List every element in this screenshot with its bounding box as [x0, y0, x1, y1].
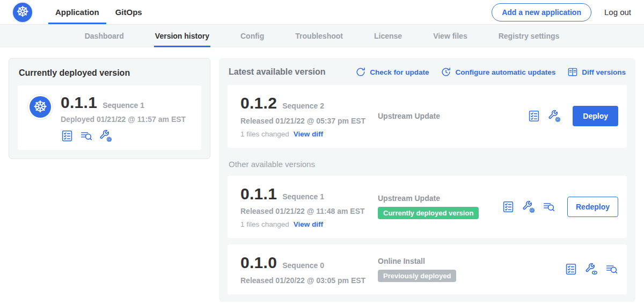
deployed-timestamp: Deployed 01/21/22 @ 11:57 am EST [61, 115, 186, 124]
sequence-label: Sequence 0 [282, 261, 324, 270]
source-label: Upstream Update [378, 194, 502, 203]
version-source: Online Install Previously deployed [374, 257, 565, 282]
subnav-item-registry-settings[interactable]: Registry settings [499, 25, 560, 47]
auto-update-clock-icon [441, 67, 451, 77]
refresh-icon [355, 67, 366, 77]
tab-gitops[interactable]: GitOps [107, 0, 150, 24]
preflight-checks-icon[interactable] [61, 129, 74, 142]
version-source: Upstream Update Currently deployed versi… [374, 194, 502, 219]
version-info: 0.1.2 Sequence 2 Released 01/21/22 @ 05:… [240, 95, 374, 138]
versions-panel-header: Latest available version Check for updat… [229, 67, 626, 77]
check-for-update-link[interactable]: Check for update [355, 67, 429, 77]
subnav-item-config[interactable]: Config [240, 25, 264, 47]
diff-versions-label: Diff versions [582, 68, 626, 76]
kubernetes-app-icon: ☸ [30, 96, 51, 118]
sequence-label: Sequence 1 [282, 192, 324, 201]
app-subnav: Dashboard Version history Config Trouble… [0, 25, 644, 47]
deployed-action-icons [61, 129, 186, 142]
released-timestamp: Released 01/21/22 @ 05:37 pm EST [240, 117, 374, 125]
currently-deployed-badge: Currently deployed version [378, 207, 479, 219]
top-nav-bar: ☸ Application GitOps Add a new applicati… [0, 0, 644, 25]
header-right-actions: Add a new application Log out [492, 3, 631, 21]
other-available-versions-title: Other available versions [229, 160, 626, 169]
view-diff-link[interactable]: View diff [294, 220, 323, 228]
currently-deployed-card: Currently deployed version ☸ 0.1.1 Seque… [9, 58, 210, 159]
app-logo: ☸ [27, 94, 53, 120]
main-content: Currently deployed version ☸ 0.1.1 Seque… [0, 47, 644, 303]
previously-deployed-badge: Previously deployed [378, 270, 456, 282]
check-for-update-label: Check for update [370, 68, 429, 76]
source-label: Online Install [378, 257, 565, 265]
subnav-item-dashboard[interactable]: Dashboard [85, 25, 124, 47]
version-info: 0.1.0 Sequence 0 Released 01/20/22 @ 03:… [240, 254, 374, 285]
subnav-item-version-history[interactable]: Version history [155, 25, 209, 47]
source-label: Upstream Update [378, 112, 528, 120]
deployed-version-tile: ☸ 0.1.1 Sequence 1 Deployed 01/21/22 @ 1… [18, 85, 201, 150]
deploy-button[interactable]: Deploy [573, 106, 618, 126]
version-actions: Deploy [528, 106, 618, 126]
version-actions: Redeploy [502, 197, 618, 217]
diff-versions-link[interactable]: Diff versions [567, 67, 626, 77]
add-application-button[interactable]: Add a new application [492, 3, 591, 21]
versions-panel: Latest available version Check for updat… [219, 58, 635, 302]
version-number: 0.1.1 [240, 185, 277, 203]
preflight-checks-icon[interactable] [528, 110, 540, 122]
version-actions [565, 263, 618, 276]
deployed-version-number: 0.1.1 [61, 94, 97, 111]
subnav-item-license[interactable]: License [374, 25, 402, 47]
redeploy-button[interactable]: Redeploy [567, 197, 618, 217]
configure-automatic-updates-link[interactable]: Configure automatic updates [441, 67, 555, 77]
preflight-checks-icon[interactable] [565, 263, 577, 276]
configure-automatic-updates-label: Configure automatic updates [455, 68, 555, 76]
latest-available-title: Latest available version [229, 67, 326, 77]
deployed-version-info: 0.1.1 Sequence 1 Deployed 01/21/22 @ 11:… [61, 94, 186, 142]
view-logs-icon[interactable] [605, 263, 618, 276]
version-row-0-1-2: 0.1.2 Sequence 2 Released 01/21/22 @ 05:… [228, 85, 627, 148]
kubernetes-logo-icon: ☸ [13, 3, 32, 22]
edit-config-icon[interactable] [548, 110, 561, 122]
view-config-icon[interactable] [585, 263, 598, 276]
files-changed-label: 1 files changed [240, 220, 289, 228]
edit-config-icon[interactable] [522, 200, 535, 213]
deployed-sequence-label: Sequence 1 [103, 101, 144, 110]
sequence-label: Sequence 2 [282, 102, 324, 110]
view-logs-icon[interactable] [80, 129, 93, 142]
tab-application[interactable]: Application [47, 0, 107, 24]
files-changed-label: 1 files changed [240, 130, 289, 138]
released-timestamp: Released 01/21/22 @ 11:48 am EST [240, 207, 374, 215]
subnav-item-troubleshoot[interactable]: Troubleshoot [295, 25, 343, 47]
diff-icon [567, 67, 578, 77]
version-row-0-1-1: 0.1.1 Sequence 1 Released 01/21/22 @ 11:… [228, 176, 627, 239]
view-logs-icon[interactable] [543, 200, 555, 213]
version-row-0-1-0: 0.1.0 Sequence 0 Released 01/20/22 @ 03:… [228, 244, 627, 294]
version-source: Upstream Update [374, 112, 528, 120]
version-info: 0.1.1 Sequence 1 Released 01/21/22 @ 11:… [240, 185, 374, 229]
preflight-checks-icon[interactable] [502, 200, 515, 213]
version-number: 0.1.2 [240, 95, 277, 112]
version-number: 0.1.0 [240, 254, 277, 271]
logout-button[interactable]: Log out [604, 8, 631, 17]
currently-deployed-title: Currently deployed version [19, 68, 201, 78]
edit-config-icon[interactable] [99, 129, 112, 142]
panel-actions: Check for update Configure automatic upd… [355, 67, 626, 77]
view-diff-link[interactable]: View diff [294, 130, 323, 138]
subnav-item-view-files[interactable]: View files [433, 25, 467, 47]
released-timestamp: Released 01/20/22 @ 03:05 pm EST [240, 276, 374, 285]
